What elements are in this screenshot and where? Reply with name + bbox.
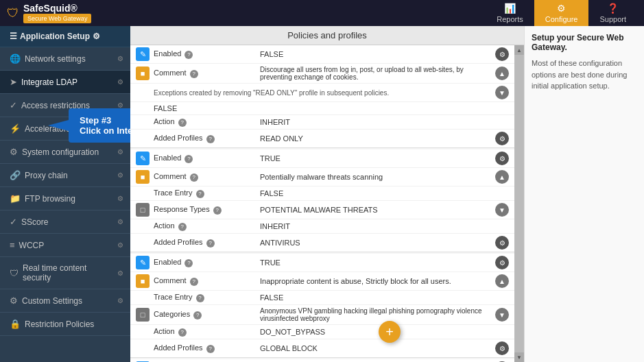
ftp-icon: 📁 <box>10 193 21 204</box>
wccp-icon: ≡ <box>10 240 15 250</box>
table-row: Added Profiles ? READ ONLY ⚙ <box>130 130 514 147</box>
sidebar-item-ftp-browsing[interactable]: 📁 FTP browsing ⚙ <box>0 187 130 210</box>
field-label: Trace Entry ? <box>154 189 260 198</box>
sscore-icon: ✓ <box>10 217 17 227</box>
app-setup-gear: ⚙ <box>93 32 100 41</box>
scroll-up-action[interactable]: ▲ <box>495 170 509 184</box>
sidebar-item-integrate-ldap[interactable]: ➤ Integrate LDAP ⚙ <box>0 71 130 94</box>
field-label: Enabled ? <box>154 258 260 267</box>
logo-group: SafeSquid® Secure Web Gateway <box>23 3 91 23</box>
app-header: 🛡 SafeSquid® Secure Web Gateway 📊 Report… <box>0 0 644 26</box>
scroll-down-action[interactable]: ▼ <box>495 86 509 99</box>
info-dot: ? <box>206 135 215 143</box>
policies-table[interactable]: ✎ Enabled ? FALSE ⚙ ■ Comment ? Discoura… <box>130 45 514 362</box>
tooltip-overlay: Step #3 Click on Integrate LDAP <box>69 108 130 143</box>
sidebar-label-restriction: Restriction Policies <box>25 319 94 329</box>
sidebar-item-system-config[interactable]: ⚙ System configuration ⚙ <box>0 141 130 164</box>
table-row: ✎ Enabled ? FALSE ⚙ <box>130 45 514 64</box>
sidebar-label-sscore: SScore <box>21 217 48 227</box>
sidebar-item-restriction-policies[interactable]: 🔒 Restriction Policies <box>0 313 130 336</box>
info-dot: ? <box>206 239 215 248</box>
network-gear-icon: ⚙ <box>117 55 123 62</box>
scroll-down-action[interactable]: ▼ <box>495 308 509 322</box>
scroll-down-action[interactable]: ▼ <box>495 203 509 217</box>
add-icon: + <box>385 324 394 340</box>
access-icon: ✓ <box>10 100 17 110</box>
app-setup-icon: ☰ <box>10 32 17 41</box>
tooltip-step: Step #3 <box>80 115 130 125</box>
field-label: Comment ? <box>154 172 260 182</box>
settings-action[interactable]: ⚙ <box>495 47 509 61</box>
edit-icon: ✎ <box>136 47 150 61</box>
field-label: Added Profiles ? <box>154 238 260 248</box>
field-value: FALSE <box>260 50 495 58</box>
settings-action[interactable]: ⚙ <box>495 132 509 145</box>
sidebar-label-network: Network settings <box>25 54 86 64</box>
info-dot: ? <box>184 259 193 267</box>
settings-action[interactable]: ⚙ <box>495 256 509 269</box>
field-value: FALSE <box>260 293 509 302</box>
sidebar-label-wccp: WCCP <box>19 241 45 250</box>
center-title: Policies and profiles <box>130 26 524 45</box>
sidebar: ☰ Application Setup ⚙ 🌐 Network settings… <box>0 26 130 362</box>
field-label: Action ? <box>154 117 260 127</box>
sidebar-item-realtime-security[interactable]: 🛡 Real time content security ⚙ <box>0 257 130 289</box>
sysconfig-icon: ⚙ <box>10 147 18 157</box>
ldap-gear-icon: ⚙ <box>117 78 123 86</box>
info-dot: ? <box>178 119 187 127</box>
shield-icon: 🛡 <box>7 6 19 21</box>
info-dot: ? <box>190 173 198 182</box>
scroll-up-action[interactable]: ▲ <box>495 274 509 288</box>
sidebar-item-custom-settings[interactable]: ⚙ Custom Settings ⚙ <box>0 289 130 313</box>
vertical-scrollbar[interactable]: ▲ ▼ <box>514 45 524 362</box>
accelerators-icon: ⚡ <box>10 123 21 134</box>
add-fab-button[interactable]: + <box>379 321 401 343</box>
nav-reports[interactable]: 📊 Reports <box>486 0 534 29</box>
tooltip-action: Click on Integrate LDAP <box>80 125 130 136</box>
table-row: ■ Comment ? Inappropriate content is abu… <box>130 272 514 291</box>
info-dot: ? <box>196 190 204 198</box>
scroll-down-button[interactable]: ▼ <box>514 352 524 362</box>
field-label: Comment ? <box>154 69 260 78</box>
field-value: GLOBAL BLOCK <box>260 344 495 352</box>
field-value: Discourage all users from log in, post, … <box>260 66 495 81</box>
sidebar-item-proxy-chain[interactable]: 🔗 Proxy chain ⚙ <box>0 164 130 187</box>
nav-configure-label: Configure <box>545 15 578 23</box>
scroll-thumb[interactable] <box>514 55 524 352</box>
custom-icon: ⚙ <box>10 295 18 306</box>
sidebar-item-sscore[interactable]: ✓ SScore ⚙ <box>0 210 130 234</box>
sidebar-label-ldap: Integrate LDAP <box>21 77 77 87</box>
logo-text: SafeSquid® <box>23 3 91 14</box>
sidebar-label-proxy: Proxy chain <box>25 171 68 180</box>
field-value: INHERIT <box>260 222 509 230</box>
sidebar-label-ftp: FTP browsing <box>25 194 75 204</box>
table-row: FALSE <box>130 102 514 115</box>
field-value: TRUE <box>260 258 495 267</box>
scroll-up-action[interactable]: ▲ <box>495 67 509 80</box>
configure-icon: ⚙ <box>557 3 566 14</box>
sidebar-item-wccp[interactable]: ≡ WCCP ⚙ <box>0 234 130 257</box>
policy-block-2: ✎ Enabled ? TRUE ⚙ ■ Comment ? Potential… <box>130 149 514 252</box>
sidebar-item-network-settings[interactable]: 🌐 Network settings ⚙ <box>0 47 130 71</box>
main-layout: ☰ Application Setup ⚙ 🌐 Network settings… <box>0 26 644 362</box>
sidebar-label-realtime: Real time content security <box>23 263 113 282</box>
nav-support[interactable]: ❓ Support <box>588 0 637 29</box>
table-row: Added Profiles ? GLOBAL BLOCK ⚙ <box>130 339 514 357</box>
scroll-up-button[interactable]: ▲ <box>514 45 524 55</box>
settings-action[interactable]: ⚙ <box>495 236 509 250</box>
header-nav: 📊 Reports ⚙ Configure ❓ Support <box>486 0 637 29</box>
reports-icon: 📊 <box>504 3 516 14</box>
right-panel-body: Most of these configuration options are … <box>532 58 637 92</box>
policy-block-4: ✎ Enabled ? FALSE ⚙ ■ Comment ? Restrict… <box>130 359 514 362</box>
field-value: POTENTIAL MALWARE THREATS <box>260 206 495 214</box>
realtime-icon: 🛡 <box>10 268 19 278</box>
restriction-icon: 🔒 <box>10 319 21 329</box>
nav-configure[interactable]: ⚙ Configure <box>534 0 589 29</box>
settings-action[interactable]: ⚙ <box>495 152 509 165</box>
table-row: □ Categories ? Anonymous VPN gambling ha… <box>130 305 514 325</box>
settings-action[interactable]: ⚙ <box>495 341 509 355</box>
table-row: ■ Comment ? Discourage all users from lo… <box>130 64 514 84</box>
info-dot: ? <box>184 155 193 163</box>
table-row: ■ Comment ? Potentially malware threats … <box>130 168 514 186</box>
field-value: TRUE <box>260 154 495 162</box>
